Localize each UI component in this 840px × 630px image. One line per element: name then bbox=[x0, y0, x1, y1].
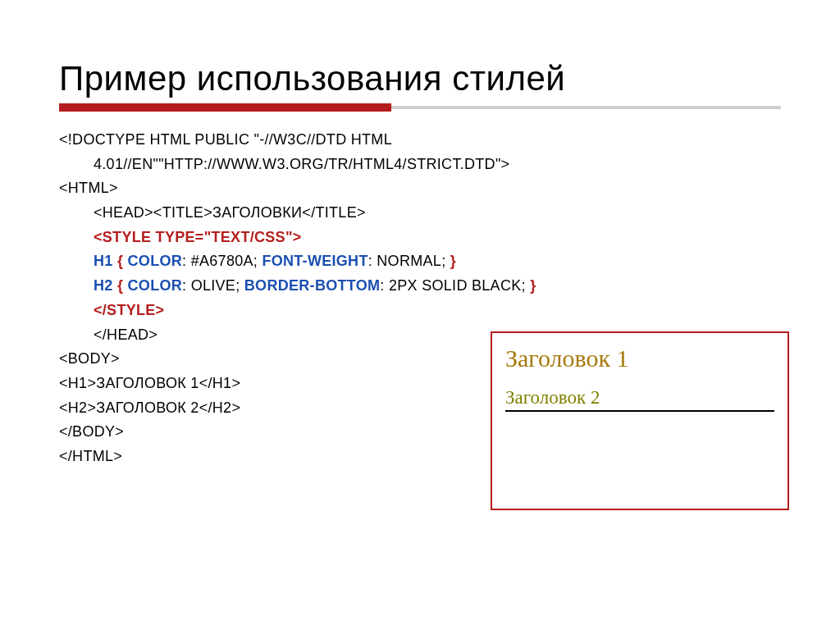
brace-open: { bbox=[113, 253, 128, 269]
prop-color: COLOR bbox=[128, 253, 183, 269]
code-line: <HTML> bbox=[59, 176, 781, 201]
selector-h1: H1 bbox=[94, 253, 113, 269]
value: : olive; bbox=[182, 277, 244, 294]
value: : 2px solid black; bbox=[380, 277, 530, 294]
preview-heading-2: Заголовок 2 bbox=[505, 387, 774, 412]
brace-close: } bbox=[450, 253, 456, 269]
code-line: <HEAD><TITLE>Заголовки</TITLE> bbox=[59, 201, 781, 226]
preview-heading-1: Заголовок 1 bbox=[505, 345, 774, 372]
brace-close: } bbox=[530, 277, 536, 294]
rule-red bbox=[59, 103, 391, 112]
prop-color: COLOR bbox=[128, 277, 183, 294]
selector-h2: H2 bbox=[94, 277, 113, 294]
value: : normal; bbox=[368, 253, 450, 269]
value: : #A6780A; bbox=[182, 253, 262, 269]
rule-gray bbox=[391, 106, 781, 109]
code-line-style-open: <STYLE TYPE="TEXT/CSS"> bbox=[59, 226, 781, 250]
code-line: <!DOCTYPE HTML PUBLIC "-//W3C//DTD HTML bbox=[59, 128, 781, 153]
prop-border-bottom: BORDER-BOTTOM bbox=[244, 277, 381, 294]
slide-title: Пример использования стилей bbox=[59, 59, 781, 98]
title-rule bbox=[59, 103, 781, 115]
brace-open: { bbox=[113, 277, 128, 294]
prop-font-weight: FONT-WEIGHT bbox=[262, 253, 368, 269]
code-line-style-close: </STYLE> bbox=[59, 299, 781, 323]
code-line-h1-rule: H1 { COLOR: #A6780A; FONT-WEIGHT: normal… bbox=[59, 249, 781, 274]
rendered-preview: Заголовок 1 Заголовок 2 bbox=[491, 331, 789, 510]
code-line-h2-rule: H2 { COLOR: olive; BORDER-BOTTOM: 2px so… bbox=[59, 274, 781, 299]
code-line: 4.01//EN""http://www.w3.org/TR/html4/str… bbox=[59, 153, 781, 177]
